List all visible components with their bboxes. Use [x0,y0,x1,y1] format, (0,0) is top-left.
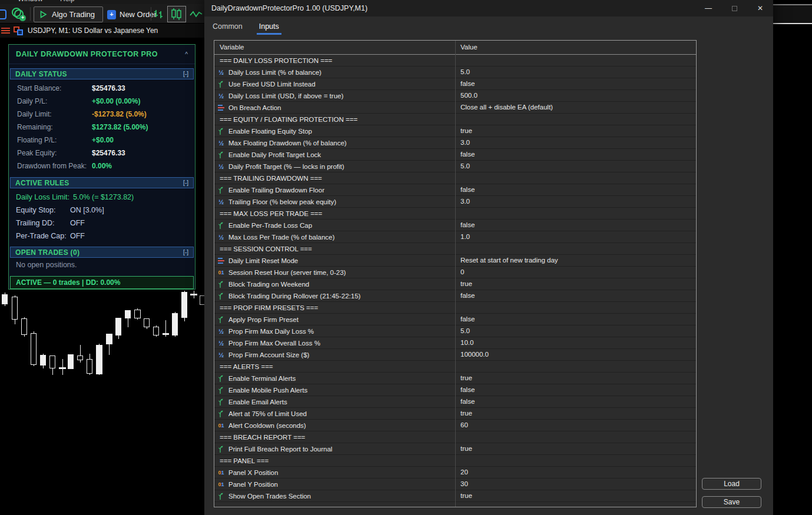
background-band [773,5,812,23]
value-cell [455,172,696,184]
value-cell[interactable]: 30 [455,479,696,490]
tab-inputs[interactable]: Inputs [258,19,280,34]
variable-cell: === PANEL === [214,455,455,466]
tab-common[interactable]: Common [211,19,244,34]
status-value: $25476.33 [92,149,125,157]
value-cell[interactable]: 5.0 [455,67,696,78]
column-divider[interactable] [455,41,456,507]
value-cell[interactable]: true [455,125,696,137]
candle-body [106,334,112,344]
value-cell[interactable]: 3.0 [455,137,696,148]
toolbar-left-partial-icon[interactable] [0,9,6,19]
value-cell[interactable]: true [455,408,696,419]
candle-body [59,367,66,369]
value-cell[interactable]: 1.0 [455,231,696,242]
variable-cell: ½Prop Firm Max Overall Loss % [214,337,455,348]
variable-name: Session Reset Hour (server time, 0-23) [228,269,346,276]
value-cell[interactable]: true [455,490,696,501]
market-watch-icon[interactable] [1,26,10,35]
line-chart-icon[interactable] [190,10,203,18]
value-cell[interactable]: false [455,149,696,160]
value-cell[interactable]: true [455,443,696,454]
collapse-toggle[interactable]: [-] [183,180,188,186]
status-row: Peak Equity:$25476.33 [17,147,190,160]
copy-trading-icon[interactable]: + [12,8,26,21]
chart-edge-line [773,23,812,24]
value-cell [455,455,696,466]
value-cell[interactable]: 3.0 [455,196,696,207]
bar-chart-icon[interactable] [153,9,164,19]
variable-name: === PANEL === [220,457,269,464]
value-cell[interactable]: false [455,396,696,407]
variable-name: Enable Email Alerts [228,398,287,406]
variable-name: Enable Mobile Push Alerts [228,387,307,394]
menu-bar: Window Help [0,0,204,4]
collapse-toggle[interactable]: [-] [183,249,188,255]
panel-collapse-icon[interactable]: ^ [185,51,188,58]
value-cell[interactable]: 60 [455,420,696,431]
menu-window[interactable]: Window [18,0,43,3]
algo-trading-button[interactable]: Algo Trading [34,6,103,22]
rule-row: Equity Stop:ON [3.0%] [16,204,190,217]
value-cell [455,431,696,443]
boolean-type-icon [217,315,225,323]
value-cell[interactable]: 500.0 [455,90,696,101]
variable-cell: ½Daily Loss Limit (% of balance) [214,67,455,78]
collapse-toggle[interactable]: [-] [183,71,188,77]
value-cell[interactable]: Reset at start of new trading day [455,255,696,266]
value-cell[interactable]: false [455,314,696,325]
double-type-icon: ½ [217,234,225,241]
maximize-button[interactable] [721,0,747,16]
value-cell[interactable]: 5.0 [455,325,696,337]
ea-panel-title: DAILY DRAWDOWN PROTECTOR PRO [16,50,158,58]
value-cell[interactable]: 5.0 [455,161,696,172]
save-button[interactable]: Save [702,496,761,508]
status-value: $1273.82 (5.00%) [92,123,148,131]
value-cell[interactable]: false [455,184,696,195]
boolean-type-icon [217,186,225,194]
value-cell[interactable]: Close all + disable EA (default) [455,102,696,113]
dialog-titlebar[interactable]: DailyDrawdownProtectorPro 1.00 (USDJPY,M… [204,0,773,16]
variable-name: Enable Per-Trade Loss Cap [228,222,312,229]
value-cell[interactable]: false [455,78,696,89]
chart-window-icon[interactable] [14,26,23,35]
symbol-description[interactable]: USDJPY, M1: US Dollar vs Japanese Yen [28,26,158,35]
candle-body [115,318,121,335]
value-cell[interactable]: 100000.0 [455,349,696,360]
menu-help[interactable]: Help [60,0,75,3]
candle-body [12,297,18,320]
variable-name: Alert Cooldown (seconds) [228,422,306,429]
variable-cell: 01Session Reset Hour (server time, 0-23) [214,267,455,278]
variable-name: Daily Limit Reset Mode [228,257,298,264]
value-cell[interactable]: false [455,220,696,231]
candle-body [49,355,55,368]
value-cell[interactable]: false [455,384,696,396]
background-right [773,0,812,515]
value-cell[interactable]: true [455,278,696,290]
rule-row: Per-Trade Cap:OFF [16,230,190,242]
variable-cell: ½Prop Firm Max Daily Loss % [214,325,455,337]
boolean-type-icon [217,445,225,453]
variable-name: Panel X Position [228,469,278,476]
value-cell[interactable]: 20 [455,467,696,478]
variable-cell: === DAILY LOSS PROTECTION === [214,55,455,66]
boolean-type-icon [217,374,225,382]
value-cell[interactable]: 10.0 [455,337,696,348]
minimize-button[interactable]: — [695,0,721,16]
status-row: Drawdown from Peak:0.00% [17,160,190,172]
variable-name: === MAX LOSS PER TRADE === [220,210,322,217]
variable-cell: 01Panel Y Position [214,479,455,490]
candlestick-chart-button[interactable] [167,6,186,22]
value-cell[interactable]: 0 [455,267,696,278]
value-cell[interactable]: false [455,290,696,301]
new-order-button[interactable]: + New Order [107,6,157,22]
value-cell[interactable]: true [455,373,696,384]
rule-label: Daily Loss Limit: [16,193,69,201]
double-type-icon: ½ [217,139,225,147]
load-button[interactable]: Load [702,478,761,490]
maximize-icon [732,6,737,11]
variable-name: Enable Daily Profit Target Lock [228,151,321,158]
rule-label: Equity Stop: [16,206,70,214]
variable-cell: === EQUITY / FLOATING PROTECTION === [214,114,455,125]
close-button[interactable]: ✕ [747,0,773,16]
